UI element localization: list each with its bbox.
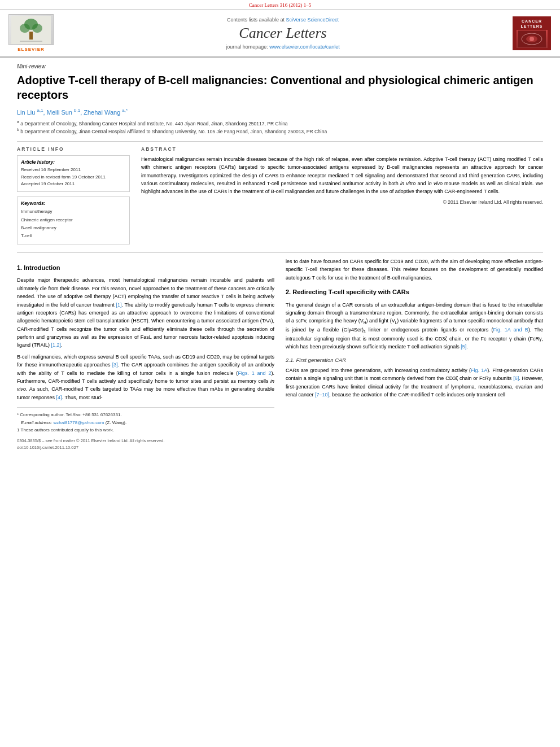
keywords-label: Keywords: xyxy=(21,200,126,206)
elsevier-logo-area: ELSEVIER xyxy=(6,14,56,52)
keyword-tcell: T-cell xyxy=(21,232,126,240)
svg-point-3 xyxy=(32,24,42,33)
section2-para-1: The general design of a CAR consists of … xyxy=(286,301,543,351)
history-label: Article history: xyxy=(21,159,126,165)
affiliation-a: a a Department of Oncology, Shandong Can… xyxy=(17,119,543,128)
article-info-header: ARTICLE INFO xyxy=(17,146,130,152)
abstract-column: ABSTRACT Hematological malignancies rema… xyxy=(141,146,543,244)
received-date: Received 16 September 2011 xyxy=(21,167,126,174)
abstract-header: ABSTRACT xyxy=(141,146,543,152)
svg-point-2 xyxy=(20,24,30,33)
journal-top-bar: Cancer Letters 316 (2012) 1–5 xyxy=(0,0,560,10)
divider-1 xyxy=(17,141,543,142)
article-info-column: ARTICLE INFO Article history: Received 1… xyxy=(17,146,130,244)
elsevier-brand: ELSEVIER xyxy=(18,47,45,52)
sciverse-link[interactable]: SciVerse ScienceDirect xyxy=(286,17,339,23)
svg-point-9 xyxy=(530,37,534,41)
paper-title: Adoptive T-cell therapy of B-cell malign… xyxy=(17,73,543,102)
subsection21-para: CARs are grouped into three generations,… xyxy=(286,366,543,399)
cl-logo-box: CANCER LETTERS xyxy=(513,16,551,50)
body-content: 1. Introduction Despite major therapeuti… xyxy=(17,257,543,451)
main-content: Mini-review Adoptive T-cell therapy of B… xyxy=(0,58,560,462)
keyword-immunotherapy: Immunotherapy xyxy=(21,208,126,216)
section2-title: 2. Redirecting T-cell specificity with C… xyxy=(286,287,543,298)
article-info-abstract-area: ARTICLE INFO Article history: Received 1… xyxy=(17,146,543,244)
cl-logo-top: CANCER LETTERS xyxy=(521,19,543,29)
intro-section-title: 1. Introduction xyxy=(17,263,274,273)
keyword-car: Chimeric antigen receptor xyxy=(21,216,126,224)
elsevier-tree-logo xyxy=(8,14,54,45)
footnote-email: E-mail address: wzhai81778@yahoo.com (Z.… xyxy=(17,419,274,427)
footnote-star: * Corresponding author. Tel./fax: +86 53… xyxy=(17,411,274,419)
divider-2 xyxy=(17,252,543,253)
body-col-left: 1. Introduction Despite major therapeuti… xyxy=(17,257,274,451)
body-col-right: ies to date have focused on CARs specifi… xyxy=(286,257,543,451)
article-type-label: Mini-review xyxy=(17,63,543,69)
intro-para-2: B-cell malignancies, which express sever… xyxy=(17,353,274,401)
author-list: Lin Liu a,1, Meili Sun b,1, Zhehai Wang … xyxy=(17,109,128,116)
affiliations: a a Department of Oncology, Shandong Can… xyxy=(17,119,543,136)
affiliation-b: b b Department of Oncology, Jinan Centra… xyxy=(17,127,543,136)
journal-ref: Cancer Letters 316 (2012) 1–5 xyxy=(249,2,311,8)
abstract-text: Hematological malignancies remain incura… xyxy=(141,155,543,196)
accepted-date: Accepted 19 October 2011 xyxy=(21,181,126,188)
journal-homepage: journal homepage: www.elsevier.com/locat… xyxy=(226,44,340,50)
svg-rect-4 xyxy=(29,32,33,40)
revised-date: Received in revised form 19 October 2011 xyxy=(21,174,126,181)
copyright-footer: 0304-3835/$ – see front matter © 2011 El… xyxy=(17,438,274,451)
footnotes: * Corresponding author. Tel./fax: +86 53… xyxy=(17,407,274,434)
sciverse-line: Contents lists available at SciVerse Sci… xyxy=(227,17,339,23)
footnote-1: 1 These authors contributed equally to t… xyxy=(17,426,274,434)
cancer-letters-logo-area: CANCER LETTERS xyxy=(509,14,554,52)
journal-name: Cancer Letters xyxy=(239,25,326,42)
keyword-bcell: B-cell malignancy xyxy=(21,224,126,232)
homepage-url[interactable]: www.elsevier.com/locate/canlet xyxy=(269,44,340,50)
journal-title-area: Contents lists available at SciVerse Sci… xyxy=(62,14,504,52)
intro-para-3: ies to date have focused on CARs specifi… xyxy=(286,257,543,282)
article-history-box: Article history: Received 16 September 2… xyxy=(17,155,130,192)
intro-para-1: Despite major therapeutic advances, most… xyxy=(17,276,274,350)
subsection21-title: 2.1. First generation CAR xyxy=(286,356,543,364)
authors-line: Lin Liu a,1, Meili Sun b,1, Zhehai Wang … xyxy=(17,108,543,116)
abstract-copyright: © 2011 Elsevier Ireland Ltd. All rights … xyxy=(141,199,543,205)
cl-logo-image xyxy=(517,30,548,48)
journal-header: ELSEVIER Contents lists available at Sci… xyxy=(0,10,560,58)
keywords-box: Keywords: Immunotherapy Chimeric antigen… xyxy=(17,196,130,244)
